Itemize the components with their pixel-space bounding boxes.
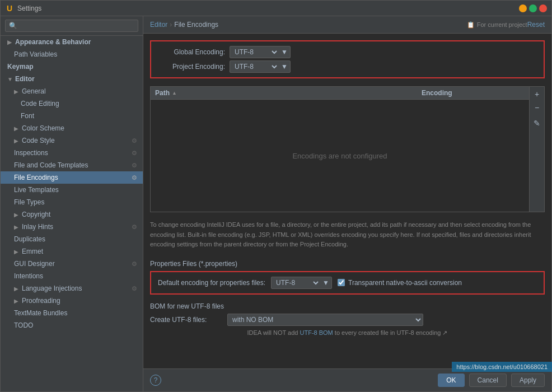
ok-button[interactable]: OK — [438, 374, 464, 387]
expand-icon: ▶ — [14, 88, 21, 95]
create-utf8-label: Create UTF-8 files: — [150, 316, 223, 324]
window-controls — [519, 4, 547, 12]
external-link-icon: ↗ — [441, 329, 447, 336]
properties-encoding-select[interactable]: UTF-8 ISO-8859-1 ASCII — [274, 278, 320, 287]
transparent-checkbox-label[interactable]: Transparent native-to-ascii conversion — [348, 279, 462, 287]
expand-icon: ▶ — [14, 125, 21, 132]
sidebar-label: Intentions — [14, 272, 43, 280]
empty-message: Encodings are not configured — [292, 152, 387, 160]
sidebar-item-path-variables[interactable]: Path Variables — [1, 48, 143, 60]
transparent-checkbox[interactable] — [338, 279, 345, 286]
sidebar-item-file-types[interactable]: File Types — [1, 196, 143, 208]
sidebar-item-intentions[interactable]: Intentions — [1, 270, 143, 282]
properties-encoding-select-wrapper[interactable]: UTF-8 ISO-8859-1 ASCII ▼ — [271, 277, 332, 289]
reset-button[interactable]: Reset — [527, 21, 545, 29]
search-input[interactable] — [5, 20, 138, 32]
project-icon: 📋 — [467, 21, 475, 29]
apply-button[interactable]: Apply — [511, 374, 545, 387]
expand-icon: ▼ — [7, 76, 14, 82]
sidebar-item-inspections[interactable]: Inspections ⚙ — [1, 147, 143, 159]
project-encoding-label: Project Encoding: — [158, 63, 225, 71]
sidebar-item-todo[interactable]: TODO — [1, 319, 143, 332]
path-column-label: Path — [155, 89, 170, 97]
sidebar-item-gui-designer[interactable]: GUI Designer ⚙ — [1, 258, 143, 270]
sidebar-item-live-templates[interactable]: Live Templates — [1, 184, 143, 196]
watermark: https://blog.csdn.net/u010668021 — [452, 362, 552, 372]
minimize-button[interactable] — [519, 4, 527, 12]
close-button[interactable] — [539, 4, 547, 12]
sidebar-label: Color Scheme — [22, 124, 64, 132]
bom-row: Create UTF-8 files: with NO BOM with BOM… — [150, 314, 545, 326]
global-encoding-select[interactable]: UTF-8 ISO-8859-1 UTF-16 — [232, 48, 279, 57]
sidebar-label: Appearance & Behavior — [15, 38, 91, 46]
content-header: Editor › File Encodings 📋 For current pr… — [143, 16, 551, 34]
settings-icon: ⚙ — [130, 223, 138, 231]
breadcrumb-editor[interactable]: Editor — [150, 21, 167, 29]
add-encoding-button[interactable]: + — [531, 88, 543, 100]
sidebar-item-font[interactable]: Font — [1, 110, 143, 122]
content-body: Global Encoding: UTF-8 ISO-8859-1 UTF-16… — [143, 34, 551, 368]
table-empty-state: Encodings are not configured — [151, 100, 529, 212]
encodings-table-wrapper: Path ▲ Encoding Encodings are not config… — [150, 86, 545, 212]
sidebar-item-code-style[interactable]: ▶ Code Style ⚙ — [1, 134, 143, 147]
sidebar-item-code-editing[interactable]: Code Editing — [1, 97, 143, 110]
sidebar-item-keymap[interactable]: Keymap — [1, 60, 143, 73]
project-encoding-select[interactable]: UTF-8 ISO-8859-1 UTF-16 — [232, 62, 279, 71]
bom-info-before: IDEA will NOT add — [247, 329, 300, 336]
sidebar-label: Keymap — [7, 63, 34, 71]
breadcrumb-current: File Encodings — [174, 21, 218, 29]
sidebar-label: TODO — [14, 321, 33, 329]
project-encoding-select-wrapper[interactable]: UTF-8 ISO-8859-1 UTF-16 ▼ — [230, 60, 291, 73]
sidebar-item-appearance[interactable]: ▶ Appearance & Behavior — [1, 36, 143, 48]
bottom-left: ? — [150, 375, 161, 386]
sidebar-label: Inspections — [14, 149, 48, 157]
sidebar-label: Live Templates — [14, 186, 59, 194]
bom-info-text: IDEA will NOT add UTF-8 BOM to every cre… — [150, 329, 545, 337]
sidebar-label: GUI Designer — [14, 260, 55, 268]
cancel-button[interactable]: Cancel — [469, 374, 507, 387]
sidebar-label: File Encodings — [14, 174, 58, 181]
sidebar-label: Emmet — [22, 248, 43, 255]
window-title: Settings — [17, 4, 519, 12]
sidebar-label: Code Editing — [21, 100, 59, 108]
table-action-buttons: + − ✎ — [529, 87, 544, 212]
sidebar-item-copyright[interactable]: ▶ Copyright — [1, 208, 143, 221]
sidebar-item-proofreading[interactable]: ▶ Proofreading — [1, 295, 143, 307]
sidebar-item-inlay-hints[interactable]: ▶ Inlay Hints ⚙ — [1, 221, 143, 233]
sidebar-item-emmet[interactable]: ▶ Emmet — [1, 245, 143, 258]
global-encoding-select-wrapper[interactable]: UTF-8 ISO-8859-1 UTF-16 ▼ — [230, 46, 291, 58]
bom-info-after: to every created file in UTF-8 encoding — [333, 329, 441, 336]
default-encoding-label: Default encoding for properties files: — [158, 279, 265, 287]
encoding-column-label: Encoding — [422, 89, 452, 97]
path-column-header[interactable]: Path ▲ — [151, 87, 417, 99]
edit-encoding-button[interactable]: ✎ — [531, 117, 543, 129]
help-button[interactable]: ? — [150, 375, 161, 386]
sidebar-label: Language Injections — [22, 284, 82, 292]
properties-section-title: Properties Files (*.properties) — [150, 260, 545, 268]
sidebar-item-duplicates[interactable]: Duplicates — [1, 233, 143, 245]
sidebar-label: Duplicates — [14, 235, 45, 243]
sidebar-item-file-encodings[interactable]: File Encodings ⚙ — [1, 171, 143, 184]
bom-section-title: BOM for new UTF-8 files — [150, 302, 545, 310]
sidebar-label: Proofreading — [22, 297, 60, 305]
create-utf8-select[interactable]: with NO BOM with BOM with BOM (Windows) — [227, 314, 423, 326]
sidebar-item-file-code-templates[interactable]: File and Code Templates ⚙ — [1, 159, 143, 171]
expand-icon: ▶ — [14, 286, 21, 292]
sidebar-item-color-scheme[interactable]: ▶ Color Scheme — [1, 122, 143, 134]
project-encoding-row: Project Encoding: UTF-8 ISO-8859-1 UTF-1… — [158, 60, 537, 73]
sidebar-item-general[interactable]: ▶ General — [1, 85, 143, 97]
bom-section: BOM for new UTF-8 files Create UTF-8 fil… — [150, 302, 545, 337]
dropdown-arrow-icon: ▼ — [322, 279, 329, 287]
expand-icon: ▶ — [14, 212, 21, 218]
app-icon: U — [5, 4, 14, 13]
maximize-button[interactable] — [529, 4, 537, 12]
sidebar-item-textmate-bundles[interactable]: TextMate Bundles — [1, 307, 143, 319]
settings-icon: ⚙ — [130, 174, 138, 181]
sidebar-search-container — [1, 16, 143, 36]
breadcrumb: Editor › File Encodings — [150, 21, 460, 29]
sidebar-item-editor[interactable]: ▼ Editor — [1, 73, 143, 85]
utf8-bom-link[interactable]: UTF-8 BOM — [300, 329, 333, 336]
encoding-column-header: Encoding — [417, 87, 529, 99]
remove-encoding-button[interactable]: − — [531, 101, 543, 114]
sidebar-item-language-injections[interactable]: ▶ Language Injections ⚙ — [1, 282, 143, 295]
